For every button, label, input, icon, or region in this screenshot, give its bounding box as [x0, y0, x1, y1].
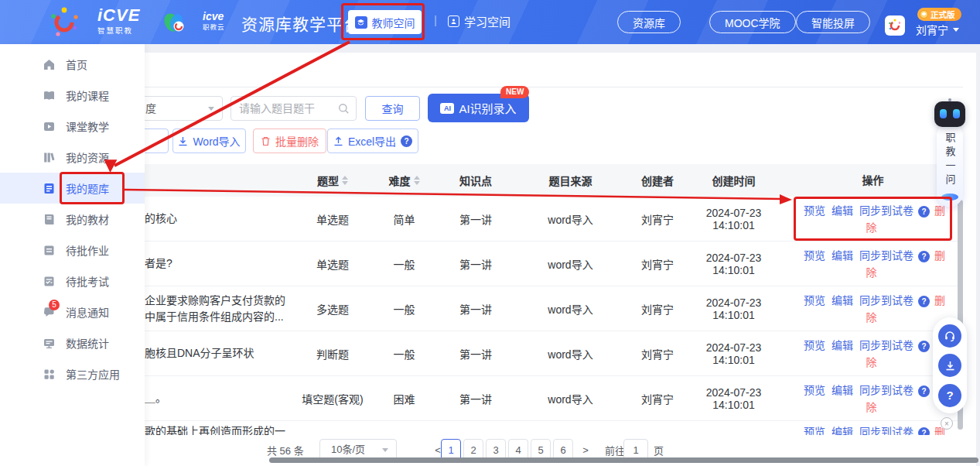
query-button[interactable]: 查询: [365, 96, 420, 121]
teacher-space-icon: [355, 16, 367, 29]
search-input[interactable]: [239, 97, 334, 120]
edit-link[interactable]: 编辑: [831, 339, 853, 351]
horizontal-scrollbar[interactable]: [269, 457, 978, 463]
row-stem: 的核心: [145, 211, 298, 227]
sidebar-item-label: 我的教材: [66, 211, 109, 227]
resource-library-button[interactable]: 资源库: [617, 11, 681, 33]
avatar[interactable]: [885, 15, 905, 36]
row-source: word导入: [510, 391, 630, 406]
col-difficulty-header: 难度: [367, 173, 441, 188]
help-button[interactable]: ?: [938, 384, 961, 407]
excel-export-button[interactable]: Excel导出 ?: [327, 128, 418, 153]
row-creator: 刘宵宁: [630, 391, 685, 406]
sidebar-item-question-bank[interactable]: 我的题库: [0, 173, 145, 204]
sidebar-item-label: 待批考试: [66, 273, 109, 289]
sidebar-item-pending-homework[interactable]: 待批作业: [0, 235, 145, 266]
row-type: 判断题: [298, 346, 367, 361]
mooc-college-button[interactable]: MOOC学院: [709, 11, 796, 33]
row-source: word导入: [510, 301, 630, 317]
row-creator: 刘宵宁: [630, 256, 685, 272]
row-knowledge: 第一讲: [441, 256, 510, 272]
student-space-tab[interactable]: 学习空间: [448, 13, 510, 29]
col-created-header: 创建时间: [685, 173, 783, 188]
edit-link[interactable]: 编辑: [831, 294, 853, 307]
preview-link[interactable]: 预览: [804, 384, 825, 396]
row-knowledge: 第一讲: [441, 346, 510, 361]
sync-link[interactable]: 同步到试卷: [859, 204, 913, 217]
row-source: word导入: [510, 211, 630, 227]
chevron-down-icon: [208, 107, 214, 111]
preview-link[interactable]: 预览: [804, 249, 825, 262]
zhijiaoyun-logo-icon: [162, 10, 187, 35]
download-center-button[interactable]: [938, 354, 961, 377]
support-button[interactable]: [938, 324, 961, 348]
brand-subtitle: 智慧职教: [97, 27, 140, 35]
sidebar-item-label: 数据统计: [66, 335, 109, 351]
library-icon: [43, 151, 56, 164]
batch-delete-button[interactable]: 批量删除: [253, 128, 326, 153]
sidebar-item-label: 第三方应用: [66, 366, 120, 382]
user-name: 刘宵宁: [916, 22, 948, 37]
row-difficulty: 简单: [367, 211, 441, 227]
excel-help-icon[interactable]: ?: [401, 135, 412, 147]
brand-zhijiaoyun: icve 职教云: [203, 11, 225, 31]
close-icon[interactable]: ×: [941, 417, 953, 430]
row-difficulty: 困难: [367, 391, 441, 406]
teacher-space-label: 教师空间: [372, 15, 415, 30]
row-type: 单选题: [298, 211, 367, 227]
sync-help-icon[interactable]: ?: [918, 296, 930, 307]
preview-link[interactable]: 预览: [804, 204, 825, 217]
sync-link[interactable]: 同步到试卷: [859, 249, 913, 262]
user-menu[interactable]: 刘宵宁: [916, 22, 959, 37]
sidebar-item-notifications[interactable]: 5 消息通知: [0, 296, 145, 327]
sidebar-item-statistics[interactable]: 数据统计: [0, 327, 145, 358]
sidebar-item-home[interactable]: 首页: [0, 49, 145, 80]
sidebar-item-label: 我的题库: [66, 180, 109, 196]
sync-help-icon[interactable]: ?: [918, 206, 930, 218]
row-created: 2024-07-23 14:10:01: [685, 341, 783, 366]
sort-type-icon[interactable]: [342, 176, 348, 185]
row-type: 填空题(客观): [298, 391, 367, 406]
book-icon: [43, 89, 56, 102]
smart-cast-button[interactable]: 智能投屏: [796, 11, 870, 33]
sidebar-item-pending-exams[interactable]: 待批考试: [0, 266, 145, 296]
brand-title: iCVE: [97, 7, 140, 24]
sync-link[interactable]: 同步到试卷: [859, 384, 913, 396]
qa-assistant-label: 职教一问: [943, 132, 958, 188]
sort-difficulty-icon[interactable]: [414, 176, 420, 185]
preview-link[interactable]: 预览: [804, 294, 825, 307]
sidebar-item-courses[interactable]: 我的课程: [0, 80, 145, 111]
sync-link[interactable]: 同步到试卷: [859, 339, 913, 351]
sync-help-icon[interactable]: ?: [918, 341, 930, 352]
chevron-down-icon: [382, 448, 388, 452]
row-stem: ＿。: [145, 390, 298, 406]
sidebar-item-textbooks[interactable]: 我的教材: [0, 204, 145, 235]
floating-toolbar: ?: [933, 317, 967, 413]
statistics-icon: [43, 337, 56, 350]
search-icon: [338, 103, 350, 115]
qa-assistant-widget[interactable]: 职教一问: [933, 101, 967, 207]
table-header: 题型 难度 知识点 题目来源 创建者 创建时间 操作: [145, 164, 963, 197]
sidebar-item-classroom[interactable]: 课堂教学: [0, 111, 145, 142]
word-import-button[interactable]: Word导入: [172, 128, 246, 153]
search-box: [230, 96, 357, 121]
sidebar-item-resources[interactable]: 我的资源: [0, 142, 145, 173]
sync-link[interactable]: 同步到试卷: [859, 294, 913, 307]
table-row: 的核心 单选题 简单 第一讲 word导入 刘宵宁 2024-07-23 14:…: [145, 197, 963, 242]
page: 度 查询 AI AI识别录入 NEW Word导入 批量删除 E: [0, 0, 980, 466]
row-knowledge: 第一讲: [441, 391, 510, 406]
sync-help-icon[interactable]: ?: [918, 251, 930, 262]
sidebar-item-third-party[interactable]: 第三方应用: [0, 358, 145, 389]
edit-link[interactable]: 编辑: [831, 384, 853, 396]
edit-link[interactable]: 编辑: [831, 204, 853, 217]
sync-help-icon[interactable]: ?: [918, 385, 930, 397]
edit-link[interactable]: 编辑: [831, 249, 853, 262]
col-created-label: 创建时间: [712, 173, 756, 188]
preview-link[interactable]: 预览: [804, 339, 825, 351]
sidebar-item-label: 消息通知: [66, 304, 109, 320]
homework-icon: [43, 244, 56, 257]
header-divider: [145, 87, 963, 87]
teacher-space-tab[interactable]: 教师空间: [348, 10, 422, 34]
avatar-logo-icon: [888, 19, 902, 33]
apps-icon: [43, 368, 56, 381]
